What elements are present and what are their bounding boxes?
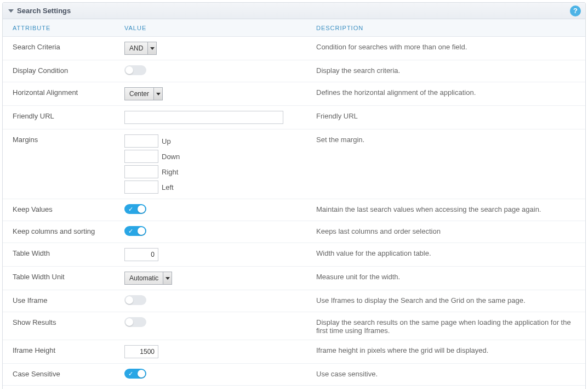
margin-down-input[interactable] bbox=[124, 150, 158, 163]
chevron-down-icon bbox=[153, 88, 162, 100]
description: Friendly URL bbox=[316, 111, 585, 120]
description: Set the margin. bbox=[316, 134, 585, 144]
iframe-height-input[interactable] bbox=[124, 345, 158, 358]
attr-label: Margins bbox=[3, 134, 124, 144]
use-iframe-toggle[interactable] bbox=[124, 295, 146, 305]
search-criteria-select[interactable]: AND bbox=[124, 42, 157, 55]
description: Use Iframes to display the Search and th… bbox=[316, 295, 585, 305]
attr-label: Search Criteria bbox=[3, 42, 124, 51]
description: Keeps last columns and order selection bbox=[316, 226, 585, 235]
row-horizontal-alignment: Horizontal Alignment Center Defines the … bbox=[3, 82, 585, 106]
select-value: Automatic bbox=[125, 272, 163, 284]
row-autocomplete: Use auto-complete in the fields. Defined… bbox=[3, 386, 585, 389]
row-keep-values: Keep Values ✓ Maintain the last search v… bbox=[3, 199, 585, 221]
description: Display the search results on the same p… bbox=[316, 317, 585, 335]
margin-down-label: Down bbox=[162, 153, 180, 161]
margin-right-input[interactable] bbox=[124, 165, 158, 178]
row-friendly-url: Friendly URL Friendly URL bbox=[3, 106, 585, 129]
description: Use case sensitive. bbox=[316, 369, 585, 378]
show-results-toggle[interactable] bbox=[124, 317, 146, 327]
table-header-row: ATTRIBUTE VALUE DESCRIPTION bbox=[3, 19, 585, 37]
attr-label: Table Width bbox=[3, 248, 124, 257]
margin-right-label: Right bbox=[162, 168, 178, 176]
attr-label: Show Results bbox=[3, 317, 124, 326]
collapse-icon[interactable] bbox=[8, 9, 14, 13]
row-use-iframe: Use Iframe Use Iframes to display the Se… bbox=[3, 290, 585, 312]
column-header-attribute: ATTRIBUTE bbox=[3, 25, 124, 31]
column-header-description: DESCRIPTION bbox=[316, 25, 585, 31]
select-value: Center bbox=[125, 88, 153, 100]
chevron-down-icon bbox=[147, 42, 156, 54]
row-show-results: Show Results Display the search results … bbox=[3, 312, 585, 340]
friendly-url-input[interactable] bbox=[124, 111, 283, 124]
select-value: AND bbox=[125, 42, 147, 54]
column-header-value: VALUE bbox=[124, 25, 316, 31]
panel-title: Search Settings bbox=[17, 7, 71, 15]
description: Width value for the application table. bbox=[316, 248, 585, 257]
attr-label: Case Sensitive bbox=[3, 369, 124, 378]
chevron-down-icon bbox=[163, 272, 172, 284]
keep-values-toggle[interactable]: ✓ bbox=[124, 204, 146, 214]
description: Condition for searches with more than on… bbox=[316, 42, 585, 51]
row-table-width: Table Width Width value for the applicat… bbox=[3, 243, 585, 267]
margin-up-input[interactable] bbox=[124, 134, 158, 148]
description: Measure unit for the width. bbox=[316, 272, 585, 281]
horizontal-alignment-select[interactable]: Center bbox=[124, 87, 163, 100]
row-iframe-height: Iframe Height Iframe height in pixels wh… bbox=[3, 340, 585, 364]
row-keep-columns: Keep columns and sorting ✓ Keeps last co… bbox=[3, 221, 585, 243]
margin-up-label: Up bbox=[162, 137, 171, 145]
table-width-input[interactable] bbox=[124, 248, 158, 261]
description: Display the search criteria. bbox=[316, 65, 585, 75]
row-margins: Margins Up Down Right Left Set the margi… bbox=[3, 129, 585, 199]
row-case-sensitive: Case Sensitive ✓ Use case sensitive. bbox=[3, 364, 585, 386]
case-sensitive-toggle[interactable]: ✓ bbox=[124, 369, 146, 379]
attr-label: Keep Values bbox=[3, 204, 124, 213]
margin-left-label: Left bbox=[162, 183, 174, 191]
margin-left-input[interactable] bbox=[124, 181, 158, 194]
attr-label: Friendly URL bbox=[3, 111, 124, 120]
keep-columns-toggle[interactable]: ✓ bbox=[124, 226, 146, 236]
panel-header: Search Settings ? bbox=[3, 3, 585, 19]
description: Iframe height in pixels where the grid w… bbox=[316, 345, 585, 354]
table-width-unit-select[interactable]: Automatic bbox=[124, 272, 172, 285]
description: Defines the horizontal alignment of the … bbox=[316, 87, 585, 97]
attr-label: Display Condition bbox=[3, 65, 124, 75]
row-display-condition: Display Condition Display the search cri… bbox=[3, 60, 585, 82]
attr-label: Iframe Height bbox=[3, 345, 124, 354]
display-condition-toggle[interactable] bbox=[124, 65, 146, 75]
attr-label: Keep columns and sorting bbox=[3, 226, 124, 235]
help-icon[interactable]: ? bbox=[570, 5, 581, 16]
attr-label: Use Iframe bbox=[3, 295, 124, 305]
attr-label: Table Width Unit bbox=[3, 272, 124, 281]
row-search-criteria: Search Criteria AND Condition for search… bbox=[3, 37, 585, 60]
search-settings-panel: Search Settings ? ATTRIBUTE VALUE DESCRI… bbox=[2, 2, 586, 389]
description: Maintain the last search values when acc… bbox=[316, 204, 585, 213]
attr-label: Horizontal Alignment bbox=[3, 87, 124, 97]
row-table-width-unit: Table Width Unit Automatic Measure unit … bbox=[3, 267, 585, 290]
